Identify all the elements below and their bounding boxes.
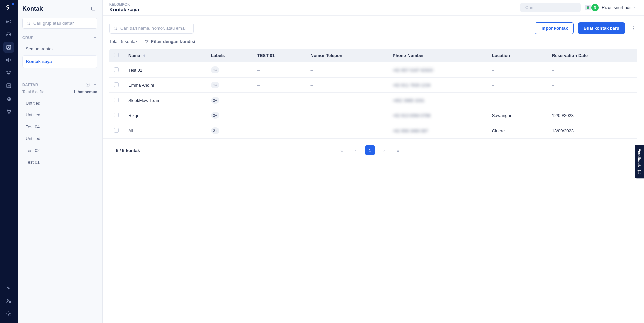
cell-nomor: – <box>306 108 388 123</box>
page-next[interactable]: › <box>380 145 389 155</box>
more-menu-button[interactable] <box>629 24 637 32</box>
svg-point-21 <box>633 29 634 30</box>
grup-section-label: GRUP <box>22 36 34 40</box>
row-checkbox[interactable] <box>109 78 123 93</box>
breadcrumb: KELOMPOK Kontak saya <box>109 3 139 13</box>
app-logo[interactable] <box>5 4 13 12</box>
filter-button[interactable]: Filter dengan kondisi <box>144 39 195 44</box>
cell-reservation: 13/09/2023 <box>547 123 637 138</box>
pager: « ‹ 1 › » <box>337 145 403 155</box>
cell-labels: 1+ <box>206 78 253 93</box>
svg-point-15 <box>27 22 29 24</box>
contact-search[interactable] <box>109 23 194 34</box>
cell-nomor: – <box>306 78 388 93</box>
chevron-up-icon[interactable] <box>93 35 97 40</box>
table-row[interactable]: Rizqi2+––+62 813 8364 0788Sawangan12/09/… <box>109 108 637 123</box>
nav-user-settings-icon[interactable] <box>3 295 14 306</box>
list-item[interactable]: Test 01 <box>22 156 97 168</box>
cell-test01: – <box>253 123 306 138</box>
page-current[interactable]: 1 <box>365 145 375 155</box>
row-checkbox[interactable] <box>109 93 123 108</box>
cell-reservation: 12/09/2023 <box>547 108 637 123</box>
page-first[interactable]: « <box>337 145 346 155</box>
total-count: Total: 5 kontak <box>109 39 138 44</box>
feedback-tab[interactable]: Feedback <box>635 145 644 178</box>
nav-inbox-icon[interactable] <box>3 29 14 40</box>
row-checkbox[interactable] <box>109 62 123 78</box>
list-item[interactable]: Untitled <box>22 97 97 109</box>
lihat-semua-link[interactable]: Lihat semua <box>74 90 97 95</box>
global-search[interactable]: ⌘ K <box>520 3 581 12</box>
sidebar-title: Kontak <box>22 5 43 12</box>
svg-point-10 <box>10 113 10 113</box>
nav-broadcast-icon[interactable] <box>3 16 14 27</box>
svg-point-18 <box>114 27 116 29</box>
contact-search-input[interactable] <box>120 26 190 31</box>
table-row[interactable]: Test 011+––+62 857 0187 82920–– <box>109 62 637 78</box>
cell-test01: – <box>253 78 306 93</box>
sidebar-search[interactable] <box>22 18 97 29</box>
table-row[interactable]: Ali2+––+62 856 3480 087Cinere13/09/2023 <box>109 123 637 138</box>
col-nama[interactable]: Nama <box>123 49 206 62</box>
chevron-up-icon[interactable] <box>93 82 97 87</box>
nav-flow-icon[interactable] <box>3 68 14 78</box>
sidebar-search-input[interactable] <box>33 21 94 26</box>
collapse-sidebar-button[interactable] <box>89 5 97 13</box>
cell-nomor: – <box>306 93 388 108</box>
cell-test01: – <box>253 108 306 123</box>
topbar: KELOMPOK Kontak saya ⌘ K R Rizqi Isnurha… <box>103 0 644 16</box>
nav-megaphone-icon[interactable] <box>3 55 14 65</box>
group-item[interactable]: Semua kontak <box>22 43 97 55</box>
nav-settings-icon[interactable] <box>3 308 14 319</box>
svg-rect-14 <box>92 7 95 10</box>
col-location[interactable]: Location <box>487 49 547 62</box>
svg-point-2 <box>8 46 9 48</box>
cell-location: Sawangan <box>487 108 547 123</box>
sort-icon <box>143 54 145 57</box>
group-item[interactable]: Kontak saya <box>22 55 97 68</box>
row-checkbox[interactable] <box>109 108 123 123</box>
search-icon <box>26 21 31 26</box>
col-phone[interactable]: Phone Number <box>388 49 487 62</box>
cell-labels: 2+ <box>206 123 253 138</box>
col-nomor[interactable]: Nomor Telepon <box>306 49 388 62</box>
page-last[interactable]: » <box>394 145 403 155</box>
list-item[interactable]: Test 04 <box>22 121 97 133</box>
row-checkbox[interactable] <box>109 123 123 138</box>
page-title: Kontak saya <box>109 7 139 13</box>
cell-phone: +62 813 8364 0788 <box>388 108 487 123</box>
cell-labels: 2+ <box>206 93 253 108</box>
svg-point-13 <box>8 313 10 315</box>
toolbar: Impor kontak Buat kontak baru <box>103 16 644 37</box>
svg-point-4 <box>10 71 11 72</box>
nav-contacts-icon[interactable] <box>3 42 14 53</box>
create-contact-button[interactable]: Buat kontak baru <box>578 22 625 34</box>
pagination-summary: 5 / 5 kontak <box>109 148 337 153</box>
nav-cart-icon[interactable] <box>3 106 14 117</box>
page-prev[interactable]: ‹ <box>351 145 361 155</box>
nav-rail <box>0 0 18 323</box>
col-checkbox[interactable] <box>109 49 123 62</box>
cell-labels: 2+ <box>206 108 253 123</box>
list-item[interactable]: Untitled <box>22 133 97 144</box>
import-contact-button[interactable]: Impor kontak <box>535 22 574 34</box>
nav-copy-icon[interactable] <box>3 93 14 104</box>
list-item[interactable]: Untitled <box>22 109 97 121</box>
global-search-input[interactable] <box>525 5 582 10</box>
col-test01[interactable]: TEST 01 <box>253 49 306 62</box>
nav-analytics-icon[interactable] <box>3 80 14 91</box>
cell-name: Emma Andini <box>123 78 206 93</box>
chat-icon <box>637 169 642 175</box>
user-menu[interactable]: R Rizqi Isnurhadi <box>587 4 637 11</box>
col-labels[interactable]: Labels <box>206 49 253 62</box>
daftar-section-label: DAFTAR <box>22 83 38 87</box>
add-list-icon[interactable] <box>85 82 90 87</box>
list-item[interactable]: Test 02 <box>22 144 97 156</box>
table-row[interactable]: SleekFlow Team2+––+852 3965 3291–– <box>109 93 637 108</box>
table-row[interactable]: Emma Andini1+––+62 811 7630 1234–– <box>109 78 637 93</box>
col-reservation[interactable]: Reservation Date <box>547 49 637 62</box>
cell-labels: 1+ <box>206 62 253 78</box>
nav-activity-icon[interactable] <box>3 282 14 293</box>
avatar: R <box>591 4 599 11</box>
cell-name: Rizqi <box>123 108 206 123</box>
